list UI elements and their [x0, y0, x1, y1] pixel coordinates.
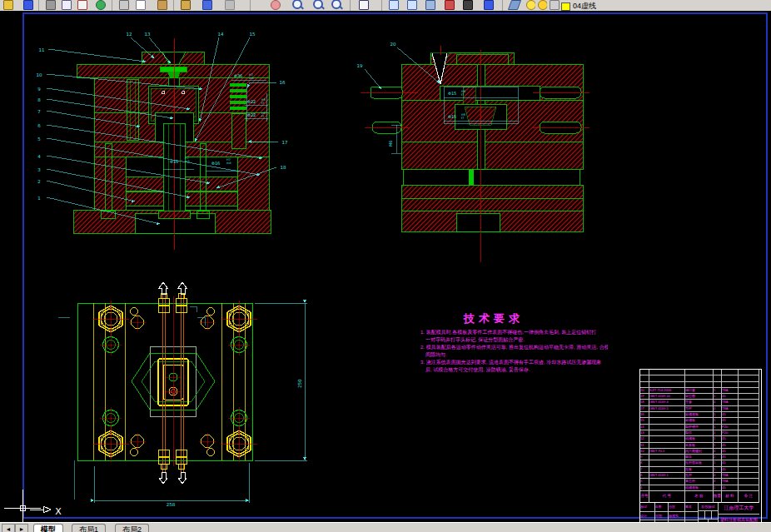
bom-cell: T8A — [722, 400, 739, 405]
bom-cell: 1 — [714, 436, 722, 442]
svg-text:f7: f7 — [461, 93, 464, 97]
svg-text:9: 9 — [37, 87, 41, 92]
plan-view-dimensions: 258 250 — [94, 303, 307, 507]
bom-cell — [649, 479, 685, 485]
bom-cell — [649, 443, 685, 449]
crosshair-cursor — [4, 490, 41, 522]
bom-cell: 垫块 — [685, 455, 714, 460]
svg-text:6: 6 — [37, 123, 41, 128]
bom-cell: 1 — [714, 460, 722, 466]
drawing-canvas[interactable]: 11 10 9 8 7 6 5 4 3 2 1 12 13 14 15 16 1… — [0, 11, 771, 522]
table-icon[interactable] — [460, 0, 475, 12]
bom-cell: 8 — [640, 460, 649, 466]
bom-cell: 型芯 — [685, 430, 714, 436]
cut-icon[interactable] — [117, 0, 132, 12]
svg-text:Φ36: Φ36 — [234, 73, 242, 78]
bom-cell — [739, 449, 759, 455]
bom-cell — [722, 382, 739, 388]
bom-cell: 动模板 — [685, 436, 714, 442]
print-icon[interactable] — [43, 0, 58, 12]
bom-cell: 动模座板 — [685, 485, 714, 491]
bom-cell: 1 — [714, 425, 722, 430]
redo-icon[interactable] — [222, 0, 237, 12]
spell-check-icon[interactable] — [75, 0, 90, 12]
bom-cell — [739, 479, 759, 485]
bom-cell: 45 — [722, 436, 739, 442]
bom-cell: T8A — [722, 479, 739, 485]
bom-cell: 45 — [722, 418, 739, 424]
svg-text:5: 5 — [37, 137, 41, 142]
bom-cell: 定模座板 — [685, 412, 714, 418]
bom-cell: GB/T 4169.4 — [649, 400, 685, 405]
svg-text:3: 3 — [37, 167, 41, 172]
layer-states-icon[interactable] — [405, 0, 420, 12]
svg-text:11: 11 — [39, 47, 45, 52]
bom-cell — [649, 418, 685, 424]
tab-layout2[interactable]: 布局2 — [115, 524, 149, 532]
tab-nav-next-button[interactable]: ► — [15, 524, 28, 532]
bom-cell: 6 — [640, 473, 649, 479]
save-icon[interactable] — [21, 0, 36, 12]
bom-cell: 推板 — [685, 467, 714, 473]
bom-cell: 1 — [714, 443, 722, 449]
zoom-previous-icon[interactable] — [330, 0, 345, 12]
bom-cell — [739, 430, 759, 436]
svg-text:258: 258 — [167, 502, 176, 507]
bom-cell: 45 — [722, 467, 739, 473]
svg-text:250: 250 — [297, 379, 302, 388]
svg-text:17: 17 — [282, 140, 288, 145]
bom-cell: GB/T 4169.10 — [649, 394, 685, 400]
bom-cell — [714, 370, 722, 375]
make-object-layer-current-icon[interactable] — [423, 0, 438, 12]
bom-cell: 4 — [640, 485, 649, 491]
svg-text:18: 18 — [281, 165, 286, 170]
pan-icon[interactable] — [268, 0, 283, 12]
svg-text:8: 8 — [37, 97, 41, 102]
screw-hole — [131, 308, 215, 456]
bom-cell — [739, 412, 759, 418]
distance-icon[interactable] — [356, 0, 371, 12]
bom-cell: 10 — [640, 449, 649, 455]
tab-nav-prev-button[interactable]: ◄ — [2, 524, 15, 532]
layer-properties-icon[interactable] — [386, 0, 401, 12]
undo-icon[interactable] — [200, 0, 215, 12]
svg-text:15: 15 — [250, 32, 256, 37]
svg-text:19: 19 — [357, 63, 363, 68]
svg-text:2: 2 — [37, 179, 41, 184]
bom-cell — [739, 375, 759, 381]
bom-cell: 导套 — [685, 400, 714, 405]
layer-lock-icon[interactable] — [547, 0, 562, 12]
hyperlink-globe-icon[interactable] — [93, 0, 108, 12]
layer-color-swatch[interactable] — [561, 2, 570, 11]
open-icon[interactable] — [1, 0, 16, 12]
print-preview-icon[interactable] — [59, 0, 74, 12]
bom-cell: 支承板 — [685, 443, 714, 449]
paste-icon[interactable] — [155, 0, 170, 12]
bom-cell: 45 — [722, 485, 739, 491]
help-icon[interactable] — [481, 0, 496, 12]
bom-cell: 导柱 — [685, 406, 714, 412]
bom-cell — [739, 443, 759, 449]
svg-text:Φ15: Φ15 — [448, 91, 456, 96]
tech-req-title: 技术要求 — [464, 311, 608, 326]
bom-cell: 9 — [640, 455, 649, 460]
bom-cell: SJ/T 714-2006 — [649, 388, 685, 394]
bom-cell — [739, 388, 759, 394]
match-properties-icon[interactable] — [178, 0, 193, 12]
tab-model[interactable]: 模型 — [33, 524, 63, 532]
plot-style-icon[interactable] — [442, 0, 457, 12]
copy-icon[interactable] — [133, 0, 148, 12]
bom-cell — [739, 473, 759, 479]
bom-cell — [649, 382, 685, 388]
bom-cell — [739, 418, 759, 424]
cad-application-window: 04虚线 — [0, 0, 771, 532]
layers-icon[interactable] — [507, 0, 522, 12]
bom-cell: GB/T 4169.1 — [649, 473, 685, 479]
plan-view — [58, 282, 257, 500]
zoom-realtime-icon[interactable] — [291, 0, 306, 12]
bom-cell — [714, 375, 722, 381]
zoom-window-icon[interactable] — [311, 0, 326, 12]
tab-layout1[interactable]: 布局1 — [72, 524, 106, 532]
svg-text:12: 12 — [127, 32, 132, 37]
bom-cell: 19 — [640, 394, 649, 400]
